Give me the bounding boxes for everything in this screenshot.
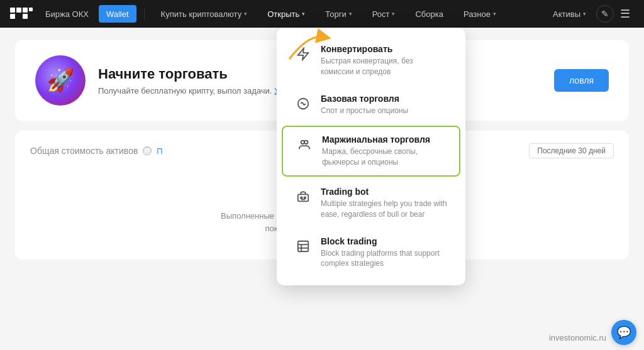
arrow-icon <box>283 28 333 65</box>
dropdown-block-desc: Block trading platforms that support com… <box>321 248 448 270</box>
info-icon[interactable]: ⓘ <box>143 146 152 155</box>
arrow-pointer <box>283 28 333 68</box>
nav-misc[interactable]: Разное ▾ <box>455 0 505 28</box>
watermark: investonomic.ru <box>549 333 606 342</box>
dropdown-convert-content: Конвертировать Быстрая конвертация, без … <box>321 44 448 77</box>
dropdown-bot-desc: Multiple strategies help you trade with … <box>321 199 448 220</box>
navbar: Биржа ОКХ Wallet Купить криптовалюту ▾ О… <box>0 0 644 28</box>
dropdown-convert-desc: Быстрая конвертация, без комиссии и спре… <box>321 56 448 77</box>
nav-tab-exchange[interactable]: Биржа ОКХ <box>38 5 96 23</box>
dropdown-item-margin[interactable]: Маржинальная торговля Маржа, бессрочные … <box>282 126 460 177</box>
nav-assets-button[interactable]: Активы ▾ <box>545 5 594 23</box>
nav-growth[interactable]: Рост ▾ <box>364 0 404 28</box>
chat-button[interactable]: 💬 <box>611 320 636 345</box>
svg-rect-4 <box>23 14 28 19</box>
portfolio-link[interactable]: П <box>157 146 162 156</box>
chevron-down-icon: ▾ <box>349 11 352 17</box>
chevron-down-icon: ▾ <box>493 11 496 17</box>
basic-trading-icon <box>294 95 312 112</box>
dropdown-block-content: Block trading Block trading platforms th… <box>321 236 448 270</box>
dropdown-basic-desc: Спот и простые опционы <box>321 106 408 116</box>
nav-right: Активы ▾ ✎ ☰ <box>545 5 634 23</box>
dropdown-margin-title: Маржинальная торговля <box>322 134 447 145</box>
svg-point-12 <box>304 197 306 199</box>
dropdown-item-basic[interactable]: Базовая торговля Спот и простые опционы <box>282 86 460 124</box>
mascot-image: 🚀 <box>35 55 86 106</box>
dropdown-bot-content: Trading bot Multiple strategies help you… <box>321 187 448 220</box>
svg-point-9 <box>304 141 308 145</box>
dropdown-convert-title: Конвертировать <box>321 44 448 54</box>
svg-rect-1 <box>16 8 21 13</box>
period-button[interactable]: Последние 30 дней <box>529 143 614 158</box>
svg-rect-2 <box>23 8 28 13</box>
dropdown-basic-title: Базовая торговля <box>321 94 408 104</box>
dropdown-block-title: Block trading <box>321 236 448 246</box>
hamburger-menu-icon[interactable]: ☰ <box>616 5 634 23</box>
dropdown-item-block[interactable]: Block trading Block trading platforms th… <box>282 229 460 277</box>
dropdown-item-bot[interactable]: Trading bot Multiple strategies help you… <box>282 179 460 227</box>
chevron-down-icon: ▾ <box>392 11 395 17</box>
nav-divider <box>144 8 145 20</box>
svg-rect-3 <box>10 14 15 19</box>
nav-open[interactable]: Открыть ▾ <box>258 0 314 28</box>
dropdown-bot-title: Trading bot <box>321 187 448 197</box>
chevron-down-icon: ▾ <box>302 11 305 17</box>
okx-logo[interactable] <box>10 8 33 20</box>
chevron-down-icon: ▾ <box>244 11 247 17</box>
svg-rect-5 <box>29 8 33 11</box>
hero-mascot: 🚀 <box>35 55 86 106</box>
hero-action-button[interactable]: ловля <box>554 69 609 92</box>
nav-trade[interactable]: Торги ▾ <box>316 0 360 28</box>
user-icon[interactable]: ✎ <box>596 5 614 23</box>
svg-rect-14 <box>298 241 309 251</box>
margin-trading-icon <box>296 136 313 153</box>
nav-build[interactable]: Сборка <box>406 0 452 28</box>
trading-bot-icon <box>294 188 312 205</box>
svg-point-11 <box>301 197 303 199</box>
dropdown-margin-desc: Маржа, бессрочные свопы, фьючерсы и опци… <box>322 146 447 168</box>
svg-rect-0 <box>10 8 15 13</box>
svg-rect-10 <box>298 194 309 201</box>
assets-title: Общая стоимость активов <box>30 146 138 156</box>
nav-tab-wallet[interactable]: Wallet <box>99 5 136 23</box>
nav-buy-crypto[interactable]: Купить криптовалюту ▾ <box>152 0 257 28</box>
dropdown-margin-content: Маржинальная торговля Маржа, бессрочные … <box>322 134 447 168</box>
block-trading-icon <box>294 238 312 255</box>
chevron-down-icon: ▾ <box>583 11 586 17</box>
dropdown-basic-content: Базовая торговля Спот и простые опционы <box>321 94 408 116</box>
